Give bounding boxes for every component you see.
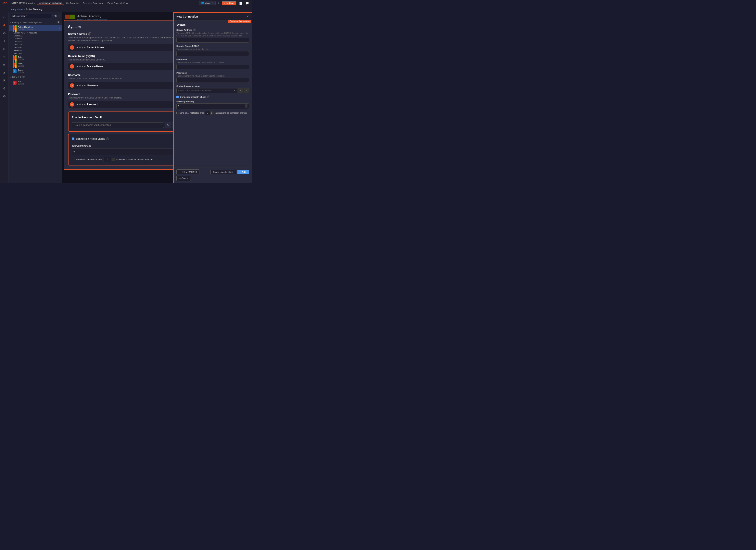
vault-title-text: Enable Password Vault — [72, 116, 102, 119]
username-desc: The username of the Active Directory use… — [68, 77, 182, 80]
sidebar-icon-list[interactable]: ≡ — [1, 53, 8, 60]
modal-header: New Connection ✕ — [174, 13, 252, 20]
sidebar-command-disable[interactable]: Disable AD User Accounts — [9, 31, 62, 34]
modal-body: System Server Address ? The server URL w… — [174, 20, 252, 167]
sidebar-item-active3[interactable]: Activ... Built-in — [9, 61, 62, 68]
nav-playbook[interactable]: Event Playbook Viewer — [106, 2, 131, 5]
sidebar-icon-home[interactable]: ⌂ — [1, 14, 8, 21]
sidebar-command-reset[interactable]: Reset Us... — [9, 49, 62, 52]
sidebar-icon-integrations[interactable]: ⊕ — [1, 22, 8, 29]
test-connection-button[interactable]: ✓ Test Connection — [176, 169, 199, 174]
server-address-section: Server Address ? The server URL with a p… — [68, 32, 182, 51]
nav-mitre[interactable]: MITRE ATT&CK Monitor — [10, 2, 36, 5]
nav-investigation[interactable]: Investigation Dashboard — [37, 1, 64, 5]
sidebar-icon-grid[interactable]: ⊞ — [1, 45, 8, 52]
sidebar-icon-star[interactable]: ✦ — [1, 37, 8, 44]
password-placeholder-text: Input your Password — [76, 103, 98, 106]
modal-email-suffix: consecutive failed connection attempts — [213, 112, 247, 114]
vault-select-row: Select a password vault connection ▾ ✎ + — [72, 122, 178, 128]
modal-email-up-button[interactable]: ▲ — [210, 111, 213, 113]
health-check-checkbox[interactable]: ✓ — [72, 137, 74, 140]
sidebar-item-trend-name: Tren... — [18, 80, 60, 83]
modal-server-address-field: Server Address ? The server URL with a p… — [176, 29, 249, 43]
sidebar-icon-alert[interactable]: ▲ — [1, 69, 8, 76]
sidebar-item-active-directory[interactable]: Active Directory Built-in · 9 Commands ▾ — [9, 25, 62, 31]
sidebar-icon-config[interactable]: ⚙ — [1, 30, 8, 37]
add-button[interactable]: + Add — [237, 170, 249, 174]
clear-search-button[interactable]: ✕ — [52, 15, 54, 17]
configure-permissions-button[interactable]: Configure Permissions — [228, 20, 251, 23]
domain-name-input-row[interactable]: 2 Input your Domain Name — [68, 63, 182, 70]
sidebar-item-azure[interactable]: A Azure... Built-in — [9, 68, 62, 74]
sidebar-item-active2[interactable]: Activ... Built-in — [9, 55, 62, 61]
email-count-down-button[interactable]: ▼ — [112, 159, 115, 161]
nav-configuration[interactable]: Configuration — [65, 2, 81, 5]
chat-button[interactable]: 💬 — [245, 1, 250, 5]
server-address-desc: The server URL with a port number. If yo… — [68, 36, 182, 42]
modal-interval-input-row[interactable]: 5 ▲ ▼ — [176, 103, 249, 109]
sidebar-command-find[interactable]: Find Use... — [9, 37, 62, 40]
select-sites-button[interactable]: Select Sites to Clone — [210, 170, 236, 174]
server-address-input-row[interactable]: 1 Input your Server Address — [68, 44, 182, 51]
modal-username-input[interactable] — [176, 65, 249, 69]
health-check-row: ✓ Connection Health Check ? — [72, 137, 109, 140]
vault-title-row: Enable Password Vault j — [72, 115, 178, 120]
sidebar-item-trend[interactable]: T Tren... Built-in — [9, 79, 62, 86]
password-desc: The password of the Active Directory use… — [68, 96, 182, 99]
sidebar-command-getuser[interactable]: Get User... — [9, 40, 62, 43]
username-input-row[interactable]: 3 Input your Username — [68, 82, 182, 89]
modal-server-help-icon[interactable]: ? — [193, 29, 196, 31]
modal-email-down-button[interactable]: ▼ — [210, 113, 213, 115]
sidebar-group-iam[interactable]: ▾ Identity & Access Management 4 — [9, 20, 62, 25]
email-count-up-button[interactable]: ▲ — [112, 158, 115, 159]
modal-close-button[interactable]: ✕ — [246, 15, 249, 18]
vault-edit-button[interactable]: ✎ — [165, 122, 171, 128]
domain-name-label: Domain Name (FQDN) — [68, 55, 182, 57]
breadcrumb-separator: > — [24, 8, 25, 11]
sidebar-group-iam-count: 4 — [57, 21, 60, 23]
active3-info: Activ... Built-in — [18, 62, 60, 67]
app-logo: ≡3D — [2, 2, 7, 5]
password-input-row[interactable]: 4 Input your Password — [68, 101, 182, 108]
modal-password-label: Password — [176, 72, 249, 74]
modal-vault-placeholder: Select a password vault connection — [178, 89, 212, 92]
cancel-button[interactable]: ◎ Cancel — [176, 176, 191, 181]
sidebar-icon-radio[interactable]: (( — [1, 61, 8, 68]
health-check-help-icon[interactable]: ? — [106, 137, 109, 140]
sidebar-group-siem[interactable]: ▸ SIEM & XDR — [9, 74, 62, 79]
sidebar-command-test[interactable]: Test Con... — [9, 52, 62, 55]
modal-health-check-checkbox[interactable]: ✓ — [176, 96, 179, 98]
modal-vault-edit-button[interactable]: ✎ — [238, 88, 243, 93]
breadcrumb-integrations[interactable]: Integrations — [11, 8, 23, 11]
sidebar-command-getcomp[interactable]: Get Com... — [9, 43, 62, 46]
modal-interval-up-button[interactable]: ▲ — [245, 104, 247, 106]
nav-reporting[interactable]: Reporting Dashboard — [81, 2, 105, 5]
modal-vault-dropdown[interactable]: Select a password vault connection ▾ — [176, 88, 237, 93]
add-integration-button[interactable]: + — [58, 14, 60, 18]
active3-icon — [13, 63, 17, 67]
incident-button[interactable]: + Incident — [222, 1, 237, 5]
modal-email-notification-checkbox[interactable] — [176, 112, 179, 114]
vault-dropdown[interactable]: Select a password vault connection ▾ — [72, 122, 164, 128]
sidebar-icon-settings[interactable]: ⚙ — [1, 93, 8, 100]
chevron-down-icon: ▾ — [212, 2, 213, 4]
sidebar-icon-flag[interactable]: ⚑ — [1, 77, 8, 84]
sidebar-command-enable[interactable]: Enable A... — [9, 34, 62, 37]
notification-button[interactable]: 📄 — [238, 1, 243, 5]
modal-password-field: Password The password of the Active Dire… — [176, 72, 249, 83]
master-button[interactable]: 🌐 Master ▾ — [199, 1, 216, 5]
modal-interval-down-button[interactable]: ▼ — [245, 106, 247, 108]
modal-vault-add-button[interactable]: + — [244, 88, 249, 93]
email-notification-checkbox[interactable] — [72, 158, 74, 161]
interval-input-row[interactable]: 5 ▲ ▼ — [72, 148, 178, 155]
modal-password-input[interactable] — [176, 78, 249, 83]
search-input[interactable] — [10, 14, 51, 18]
help-button[interactable]: ? — [217, 1, 220, 5]
sidebar-command-getuser2[interactable]: Get User... — [9, 46, 62, 49]
modal-domain-name-input[interactable] — [176, 51, 249, 56]
server-address-help-icon[interactable]: ? — [88, 32, 91, 35]
modal-domain-name-label: Domain Name (FQDN) — [176, 45, 249, 47]
modal-server-address-input[interactable] — [176, 38, 249, 43]
sidebar-icon-circle[interactable]: ⊙ — [1, 85, 8, 92]
modal-health-help-icon[interactable]: ? — [207, 95, 210, 98]
